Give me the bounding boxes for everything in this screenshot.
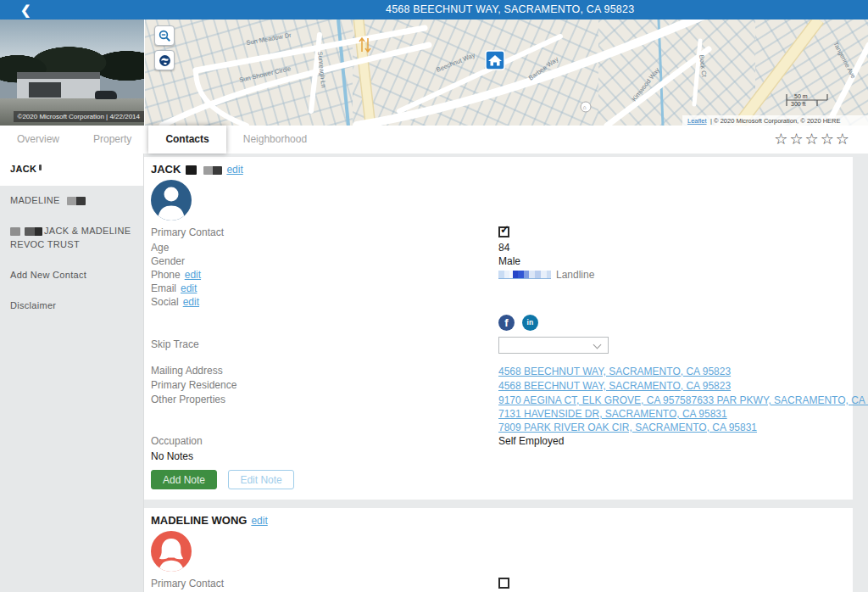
property-detail-page: ❮ 4568 BEECHNUT WAY, SACRAMENTO, CA 9582… xyxy=(0,0,868,592)
phone-label-row: Phoneedit xyxy=(151,269,498,282)
contact-name: JACK xyxy=(151,163,181,176)
svg-text:50 m: 50 m xyxy=(794,93,808,99)
avatar-female xyxy=(151,531,192,572)
contact-edit-link[interactable]: edit xyxy=(226,164,242,176)
tab-overview[interactable]: Overview xyxy=(0,126,76,154)
redacted-text xyxy=(186,165,197,175)
tab-property[interactable]: Property xyxy=(76,126,148,154)
contact-edit-link[interactable]: edit xyxy=(251,515,267,527)
social-value xyxy=(498,296,868,309)
notes-status: No Notes xyxy=(151,450,844,462)
phone-value-row: Landline xyxy=(498,269,868,282)
map[interactable]: Sun Meadow Dr Sun Shower Circle Sunreagh… xyxy=(144,20,868,126)
globe-view-button[interactable] xyxy=(154,50,175,70)
occupation-label: Occupation xyxy=(151,435,498,448)
mailing-address-link[interactable]: 4568 BEECHNUT WAY, SACRAMENTO, CA 95823 xyxy=(498,365,868,378)
age-value: 84 xyxy=(498,242,868,254)
email-label-row: Emailedit xyxy=(151,282,498,295)
other-property-link[interactable]: 7131 HAVENSIDE DR, SACRAMENTO, CA 95831 xyxy=(498,407,868,421)
svg-text:300 ft: 300 ft xyxy=(791,101,806,107)
primary-contact-checkbox[interactable] xyxy=(498,226,509,237)
age-label: Age xyxy=(151,242,498,254)
other-property-link[interactable]: 7809 PARK RIVER OAK CIR, SACRAMENTO, CA … xyxy=(498,421,868,434)
sidebar-item-madeline[interactable]: MADELINE xyxy=(0,186,143,216)
other-property-link[interactable]: 9170 AEGINA CT, ELK GROVE, CA 957587633 … xyxy=(498,394,868,407)
star-icon[interactable]: ☆ xyxy=(789,131,804,148)
contacts-content: JACK MADELINE JACK & MADELINE REVOC TRUS… xyxy=(0,154,868,592)
street-view-copyright: ©2020 Microsoft Corporation | 4/22/2014 xyxy=(14,111,145,122)
globe-icon xyxy=(159,54,171,67)
redacted-text xyxy=(10,227,20,236)
star-icon[interactable]: ☆ xyxy=(821,131,836,148)
primary-contact-label: Primary Contact xyxy=(151,226,498,241)
contact-card-jack: JACKedit Primary Contact Age 84 Gender M… xyxy=(144,157,853,500)
map-canvas: Sun Meadow Dr Sun Shower Circle Sunreagh… xyxy=(145,20,868,126)
map-attribution: Leaflet | © 2020 Microsoft Corporation, … xyxy=(682,115,868,126)
media-row: ©2020 Microsoft Corporation | 4/22/2014 xyxy=(0,20,868,126)
avatar-male xyxy=(151,180,192,221)
primary-contact-checkbox[interactable] xyxy=(498,578,509,589)
gender-value: Male xyxy=(498,255,868,268)
occupation-value: Self Employed xyxy=(498,435,868,448)
skip-trace-label: Skip Trace xyxy=(151,335,498,356)
email-edit-link[interactable]: edit xyxy=(181,282,197,294)
person-silhouette-icon xyxy=(151,180,192,221)
skip-trace-select[interactable] xyxy=(498,337,609,354)
phone-type: Landline xyxy=(556,269,594,281)
sidebar-item-trust[interactable]: JACK & MADELINE REVOC TRUST xyxy=(0,216,143,260)
social-label-row: Socialedit xyxy=(151,296,498,309)
facebook-icon[interactable]: f xyxy=(498,315,515,331)
star-icon[interactable]: ☆ xyxy=(774,131,789,148)
star-icon[interactable]: ☆ xyxy=(836,131,851,148)
contact-details: Primary Contact Age 84 Gender Male Phone… xyxy=(151,226,844,448)
gender-label: Gender xyxy=(151,255,498,268)
redacted-text xyxy=(203,166,222,175)
star-rating[interactable]: ☆☆☆☆☆ xyxy=(774,126,868,154)
linkedin-icon[interactable]: in xyxy=(522,315,538,331)
primary-residence-label: Primary Residence xyxy=(151,379,498,393)
redacted-text xyxy=(25,227,42,236)
social-edit-link[interactable]: edit xyxy=(183,296,199,308)
star-icon[interactable]: ☆ xyxy=(805,131,821,148)
street-view-garage-door xyxy=(29,82,61,98)
primary-residence-link[interactable]: 4568 BEECHNUT WAY, SACRAMENTO, CA 95823 xyxy=(498,379,868,393)
poi-marker: ⌂ xyxy=(581,102,591,112)
email-label: Email xyxy=(151,282,176,294)
svg-text:⌂: ⌂ xyxy=(583,104,587,110)
back-chevron-icon[interactable]: ❮ xyxy=(20,0,31,20)
social-label: Social xyxy=(151,296,179,308)
contact-card-madeline: MADELINE WONGedit Primary Contact Age 79… xyxy=(144,508,853,592)
tab-contacts[interactable]: Contacts xyxy=(148,126,225,154)
other-properties-list: 9170 AEGINA CT, ELK GROVE, CA 957587633 … xyxy=(498,394,868,434)
zoom-out-icon xyxy=(159,30,171,42)
street-view-car xyxy=(95,91,117,99)
phone-edit-link[interactable]: edit xyxy=(185,269,201,281)
sidebar-item-disclaimer[interactable]: Disclaimer xyxy=(0,291,143,321)
add-note-button[interactable]: Add Note xyxy=(151,470,217,489)
tab-neighborhood[interactable]: Neighborhood xyxy=(226,126,324,154)
contact-name-row: JACKedit xyxy=(151,163,844,176)
sidebar-item-label: Add New Contact xyxy=(10,270,86,280)
leaflet-link[interactable]: Leaflet xyxy=(687,117,707,125)
street-view-photo: ©2020 Microsoft Corporation | 4/22/2014 xyxy=(0,20,144,126)
zoom-out-button[interactable] xyxy=(154,25,175,46)
attribution-text: | © 2020 Microsoft Corporation, © 2020 H… xyxy=(710,117,841,125)
contacts-sidebar: JACK MADELINE JACK & MADELINE REVOC TRUS… xyxy=(0,154,144,592)
redacted-text xyxy=(39,165,42,170)
email-value xyxy=(498,282,868,295)
property-house-marker[interactable] xyxy=(486,51,504,70)
sidebar-item-jack[interactable]: JACK xyxy=(0,154,143,186)
note-buttons: Add Note Edit Note xyxy=(151,470,844,489)
sidebar-item-label: JACK xyxy=(10,164,36,174)
top-header-bar: ❮ 4568 BEECHNUT WAY, SACRAMENTO, CA 9582… xyxy=(0,0,868,20)
primary-contact-label: Primary Contact xyxy=(151,578,498,592)
spacer xyxy=(151,310,498,334)
other-properties-label: Other Properties xyxy=(151,394,498,434)
sidebar-item-label: MADELINE xyxy=(10,195,60,205)
redacted-phone-number[interactable] xyxy=(498,271,551,279)
map-controls xyxy=(154,25,175,75)
sidebar-item-add-new-contact[interactable]: Add New Contact xyxy=(0,260,143,291)
sidebar-item-label: Disclaimer xyxy=(10,300,56,310)
phone-label: Phone xyxy=(151,269,181,281)
edit-note-button[interactable]: Edit Note xyxy=(228,470,293,489)
